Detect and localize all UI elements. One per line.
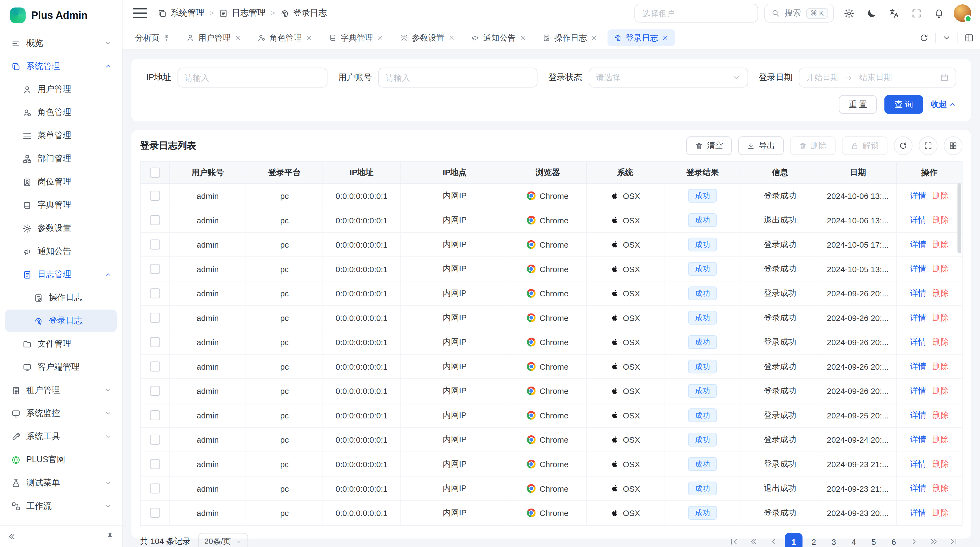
- row-checkbox[interactable]: [150, 215, 160, 225]
- detail-link[interactable]: 详情: [910, 435, 926, 444]
- pin-icon[interactable]: [163, 34, 170, 41]
- sidebar-item-dict-management[interactable]: 字典管理: [5, 194, 117, 217]
- tab-login-log[interactable]: 登录日志: [608, 29, 675, 46]
- sidebar-item-user-management[interactable]: 用户管理: [5, 78, 117, 101]
- jump-forward-button[interactable]: [925, 533, 942, 547]
- account-input[interactable]: [378, 67, 538, 88]
- reset-button[interactable]: 重 置: [839, 95, 877, 114]
- detail-link[interactable]: 详情: [910, 459, 926, 468]
- breadcrumb-item[interactable]: 系统管理: [158, 8, 204, 19]
- breadcrumb-item[interactable]: 日志管理: [219, 8, 266, 19]
- detail-link[interactable]: 详情: [910, 410, 926, 419]
- close-icon[interactable]: [306, 34, 312, 41]
- sidebar-item-log-management[interactable]: 日志管理: [5, 263, 117, 286]
- detail-link[interactable]: 详情: [910, 239, 926, 249]
- delete-link[interactable]: 删除: [932, 386, 949, 395]
- detail-link[interactable]: 详情: [910, 483, 926, 493]
- sidebar-item-notice[interactable]: 通知公告: [5, 240, 117, 263]
- collapse-filter-link[interactable]: 收起: [931, 99, 956, 110]
- page-button-1[interactable]: 1: [785, 533, 802, 547]
- delete-link[interactable]: 删除: [932, 362, 949, 371]
- tab-role-management[interactable]: 角色管理: [251, 29, 319, 46]
- delete-link[interactable]: 删除: [932, 264, 949, 273]
- delete-link[interactable]: 删除: [932, 337, 949, 346]
- page-size-select[interactable]: 20条/页: [198, 533, 248, 547]
- detail-link[interactable]: 详情: [910, 191, 926, 200]
- delete-link[interactable]: 删除: [932, 288, 949, 297]
- close-icon[interactable]: [519, 34, 526, 41]
- detail-link[interactable]: 详情: [910, 362, 926, 371]
- tab-notice[interactable]: 通知公告: [465, 29, 533, 46]
- bell-button[interactable]: [930, 4, 947, 22]
- gear-button[interactable]: [840, 4, 858, 22]
- tab-analysis[interactable]: 分析页: [129, 29, 176, 46]
- tenant-select-input[interactable]: [634, 4, 758, 22]
- sidebar-item-system-monitor[interactable]: 系统监控: [5, 402, 117, 425]
- detail-link[interactable]: 详情: [910, 215, 926, 225]
- row-checkbox[interactable]: [150, 435, 160, 445]
- row-checkbox[interactable]: [150, 459, 160, 469]
- translate-button[interactable]: [885, 4, 902, 22]
- delete-link[interactable]: 删除: [932, 508, 949, 517]
- tab-operation-log[interactable]: 操作日志: [536, 29, 604, 46]
- row-checkbox[interactable]: [150, 191, 160, 201]
- sidebar-pin-icon[interactable]: [106, 532, 115, 541]
- prev-page-button[interactable]: [765, 533, 783, 547]
- jump-back-button[interactable]: [745, 533, 762, 547]
- search-button[interactable]: 搜索 ⌘ K: [764, 4, 834, 22]
- last-page-button[interactable]: [945, 533, 962, 547]
- next-page-button[interactable]: [905, 533, 922, 547]
- unlock-button[interactable]: 解锁: [842, 137, 888, 155]
- delete-link[interactable]: 删除: [932, 313, 949, 322]
- sidebar-item-role-management[interactable]: 角色管理: [5, 101, 117, 124]
- export-button[interactable]: 导出: [738, 137, 784, 155]
- menu-toggle-icon[interactable]: [131, 4, 149, 22]
- sidebar-item-tenant-management[interactable]: 租户管理: [5, 379, 117, 402]
- chev-down-icon[interactable]: [942, 33, 951, 43]
- row-checkbox[interactable]: [150, 264, 160, 274]
- detail-link[interactable]: 详情: [910, 264, 926, 273]
- sidebar-item-workflow[interactable]: 工作流: [5, 495, 117, 517]
- refresh-icon[interactable]: [919, 33, 929, 43]
- search-submit-button[interactable]: 查 询: [885, 95, 923, 114]
- tab-param-settings[interactable]: 参数设置: [394, 29, 461, 46]
- sidebar-collapse-icon[interactable]: [8, 532, 16, 541]
- row-checkbox[interactable]: [150, 410, 160, 421]
- moon-button[interactable]: [862, 4, 880, 22]
- first-page-button[interactable]: [725, 533, 742, 547]
- layout-icon[interactable]: [964, 33, 974, 43]
- row-checkbox[interactable]: [150, 508, 160, 518]
- page-button-5[interactable]: 5: [865, 533, 883, 547]
- sidebar-item-plus-website[interactable]: PLUS官网: [5, 448, 117, 471]
- row-checkbox[interactable]: [150, 313, 160, 323]
- row-checkbox[interactable]: [150, 386, 160, 396]
- sidebar-item-overview[interactable]: 概览: [5, 32, 117, 54]
- row-checkbox[interactable]: [150, 337, 160, 347]
- clear-button[interactable]: 清空: [686, 137, 732, 155]
- detail-link[interactable]: 详情: [910, 288, 926, 297]
- row-checkbox[interactable]: [150, 289, 160, 298]
- delete-link[interactable]: 删除: [932, 483, 949, 493]
- sidebar-item-operation-log[interactable]: 操作日志: [5, 287, 117, 309]
- delete-link[interactable]: 删除: [932, 410, 949, 419]
- table-scrollbar[interactable]: [958, 183, 961, 523]
- close-icon[interactable]: [448, 34, 455, 41]
- detail-link[interactable]: 详情: [910, 386, 926, 395]
- refresh-button[interactable]: [894, 137, 913, 155]
- detail-link[interactable]: 详情: [910, 313, 926, 322]
- fullscreen-button[interactable]: [908, 4, 925, 22]
- row-checkbox[interactable]: [150, 240, 160, 250]
- user-avatar[interactable]: [954, 4, 971, 22]
- row-checkbox[interactable]: [150, 362, 160, 372]
- close-icon[interactable]: [234, 34, 241, 41]
- delete-button[interactable]: 删除: [790, 137, 836, 155]
- sidebar-item-param-settings[interactable]: 参数设置: [5, 217, 117, 240]
- tab-dict-management[interactable]: 字典管理: [323, 29, 390, 46]
- delete-link[interactable]: 删除: [932, 191, 949, 200]
- delete-link[interactable]: 删除: [932, 459, 949, 468]
- close-icon[interactable]: [377, 34, 383, 41]
- close-icon[interactable]: [591, 34, 598, 41]
- page-button-6[interactable]: 6: [885, 533, 902, 547]
- delete-link[interactable]: 删除: [932, 215, 949, 225]
- sidebar-item-menu-management[interactable]: 菜单管理: [5, 124, 117, 147]
